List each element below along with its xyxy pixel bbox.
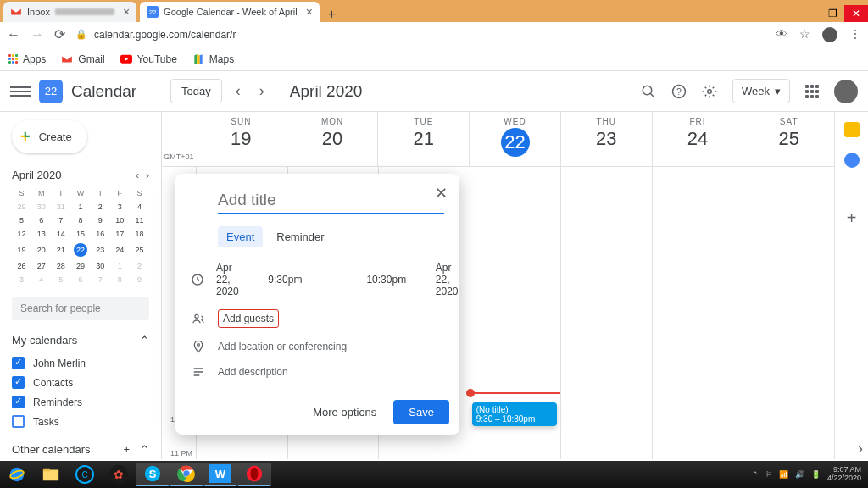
day-header[interactable]: SUN19 xyxy=(196,112,287,166)
close-window-button[interactable]: ✕ xyxy=(844,5,868,22)
svg-point-8 xyxy=(198,344,200,347)
svg-line-2 xyxy=(650,93,654,97)
address-bar: ← → ⟳ 🔒 calendar.google.com/calendar/r 👁… xyxy=(0,22,868,47)
maximize-button[interactable]: ❐ xyxy=(821,5,844,22)
system-tray[interactable]: ⌃ ⚐ 📶 🔊 🔋 9:07 AM4/22/2020 xyxy=(752,466,868,483)
description-row[interactable]: Add description xyxy=(186,359,449,385)
search-people-input[interactable]: Search for people xyxy=(12,297,149,320)
chevron-up-icon[interactable]: ⌃ xyxy=(140,334,149,347)
tray-icon[interactable]: 📶 xyxy=(779,470,788,479)
ie-icon[interactable] xyxy=(0,463,34,486)
apps-grid-icon[interactable] xyxy=(805,85,819,98)
keep-icon[interactable] xyxy=(844,122,860,137)
browser-tab[interactable]: 22 Google Calendar - Week of April × xyxy=(140,2,320,22)
gear-icon[interactable] xyxy=(702,84,717,99)
eye-icon[interactable]: 👁 xyxy=(776,27,787,42)
other-calendars-header[interactable]: Other calendars xyxy=(12,443,91,456)
location-row[interactable]: Add location or conferencing xyxy=(186,334,449,359)
day-header[interactable]: THU23 xyxy=(560,112,652,166)
tab-reminder[interactable]: Reminder xyxy=(268,226,332,247)
add-addon-button[interactable]: + xyxy=(847,208,857,228)
chrome-icon[interactable] xyxy=(170,463,203,486)
calendar-item[interactable]: John Merlin xyxy=(12,353,149,373)
tray-icon[interactable]: ⚐ xyxy=(765,470,772,479)
notes-icon xyxy=(191,365,206,379)
view-selector[interactable]: Week▾ xyxy=(732,79,790,103)
svg-point-18 xyxy=(250,468,258,480)
gmail-icon xyxy=(61,53,73,65)
url-field[interactable]: 🔒 calendar.google.com/calendar/r xyxy=(75,29,765,41)
minimize-button[interactable]: — xyxy=(797,5,821,22)
close-icon[interactable]: ✕ xyxy=(435,184,448,202)
add-guests-field[interactable]: Add guests xyxy=(218,309,279,328)
event-chip[interactable]: (No title)9:30 – 10:30pm xyxy=(472,402,558,426)
account-avatar[interactable] xyxy=(834,80,858,103)
svg-rect-12 xyxy=(43,469,50,472)
help-icon[interactable]: ? xyxy=(671,84,687,99)
my-calendars-header[interactable]: My calendars xyxy=(12,334,77,347)
event-title-input[interactable] xyxy=(218,187,444,214)
tab-event[interactable]: Event xyxy=(218,226,263,247)
clock[interactable]: 9:07 AM4/22/2020 xyxy=(827,466,861,483)
day-header[interactable]: SAT25 xyxy=(743,112,834,166)
app-icon[interactable]: ✿ xyxy=(102,463,136,486)
explorer-icon[interactable] xyxy=(34,463,68,486)
day-header[interactable]: FRI24 xyxy=(652,112,743,166)
window-controls: — ❐ ✕ xyxy=(797,5,868,22)
back-button[interactable]: ← xyxy=(7,27,20,42)
tray-icon[interactable]: 🔊 xyxy=(795,470,804,479)
opera-icon[interactable] xyxy=(237,463,271,486)
youtube-icon xyxy=(120,53,132,65)
day-header[interactable]: TUE21 xyxy=(377,112,469,166)
calendar-item[interactable]: Reminders xyxy=(12,392,149,412)
close-icon[interactable]: × xyxy=(306,5,313,19)
expand-panel-button[interactable]: › xyxy=(858,440,863,458)
kebab-icon[interactable]: ⋮ xyxy=(849,27,861,42)
create-button[interactable]: +Create xyxy=(12,120,87,153)
chevron-up-icon[interactable]: ⌃ xyxy=(140,443,149,456)
maps-icon xyxy=(192,53,204,65)
prev-week-button[interactable]: ‹ xyxy=(231,82,246,100)
close-icon[interactable]: × xyxy=(123,5,130,19)
guests-row[interactable]: Add guests xyxy=(186,303,449,334)
next-week-button[interactable]: › xyxy=(254,82,270,100)
checkbox[interactable] xyxy=(12,396,25,408)
menu-icon[interactable] xyxy=(10,86,31,97)
bookmark-gmail[interactable]: Gmail xyxy=(61,53,104,65)
checkbox[interactable] xyxy=(12,415,25,428)
reload-button[interactable]: ⟳ xyxy=(54,26,65,42)
tray-chevron-icon[interactable]: ⌃ xyxy=(752,470,759,479)
quick-create-popup: ✕ Event Reminder Apr 22, 2020 9:30pm – 1… xyxy=(175,174,459,435)
now-indicator xyxy=(470,392,561,394)
app-icon[interactable]: C xyxy=(68,463,102,486)
next-month-button[interactable]: › xyxy=(146,169,149,181)
mini-calendar[interactable]: SMTWTFS293031123456789101112131415161718… xyxy=(12,186,149,286)
day-header[interactable]: MON20 xyxy=(287,112,378,166)
bookmark-maps[interactable]: Maps xyxy=(192,53,234,65)
bookmark-apps[interactable]: Apps xyxy=(8,53,46,65)
time-row[interactable]: Apr 22, 2020 9:30pm – 10:30pm Apr 22, 20… xyxy=(186,256,449,303)
tray-battery-icon[interactable]: 🔋 xyxy=(811,470,821,479)
skype-icon[interactable]: S xyxy=(136,463,170,486)
app-icon[interactable]: W xyxy=(203,463,237,486)
star-icon[interactable]: ☆ xyxy=(799,27,810,42)
svg-point-1 xyxy=(643,86,652,95)
day-header[interactable]: WED22 xyxy=(469,112,560,166)
today-button[interactable]: Today xyxy=(170,79,222,103)
save-button[interactable]: Save xyxy=(393,400,449,424)
search-icon[interactable] xyxy=(641,84,656,99)
browser-tab[interactable]: Inbox × xyxy=(3,2,136,22)
add-calendar-button[interactable]: + xyxy=(123,443,130,456)
checkbox[interactable] xyxy=(12,376,25,389)
svg-rect-11 xyxy=(43,470,58,481)
calendar-item[interactable]: Contacts xyxy=(12,373,149,392)
prev-month-button[interactable]: ‹ xyxy=(136,169,139,181)
checkbox[interactable] xyxy=(12,357,25,369)
new-tab-button[interactable]: + xyxy=(320,7,344,22)
calendar-item[interactable]: Tasks xyxy=(12,412,149,431)
tasks-icon[interactable] xyxy=(844,152,860,168)
forward-button[interactable]: → xyxy=(31,27,44,42)
bookmark-youtube[interactable]: YouTube xyxy=(120,53,177,65)
profile-avatar[interactable] xyxy=(822,27,837,42)
more-options-button[interactable]: More options xyxy=(304,400,385,424)
